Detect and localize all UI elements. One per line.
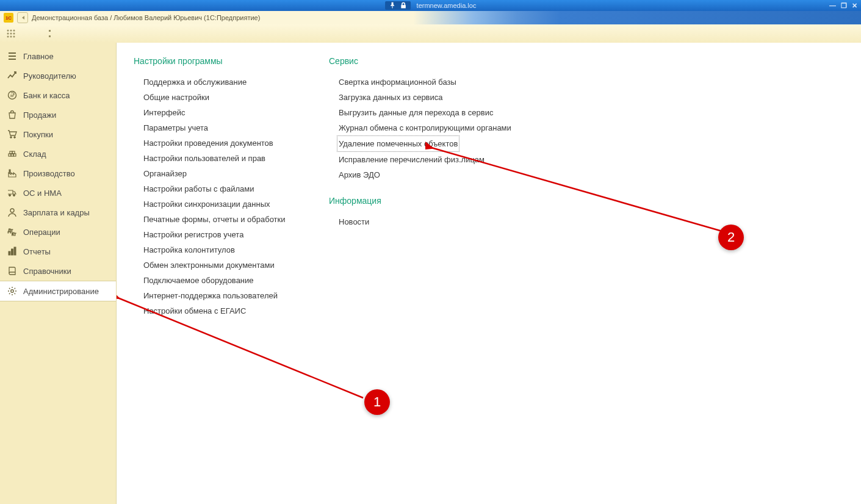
svg-point-1: [7, 30, 9, 32]
person-icon: [7, 207, 17, 217]
menu-link[interactable]: Настройки регистров учета: [143, 227, 292, 242]
sidebar-item-cart[interactable]: Покупки: [0, 124, 116, 144]
app-logo-1c: 1C: [4, 13, 13, 23]
sidebar-item-truck[interactable]: ОС и НМА: [0, 183, 116, 203]
sidebar-item-label: Банк и касса: [23, 91, 70, 100]
search-icon[interactable]: [68, 29, 78, 38]
menu-link[interactable]: Поддержка и обслуживание: [143, 74, 292, 90]
menu-link[interactable]: Архив ЭДО: [339, 167, 511, 182]
sidebar-item-label: Руководителю: [23, 71, 76, 81]
ops-icon: ДтКт: [7, 227, 17, 237]
menu-link[interactable]: Настройки синхронизации данных: [143, 196, 292, 212]
svg-point-28: [11, 290, 13, 292]
menu-link[interactable]: Журнал обмена с контролирующими органами: [339, 120, 511, 135]
sidebar-item-label: Операции: [23, 228, 60, 237]
svg-text:Кт: Кт: [12, 232, 16, 236]
svg-point-8: [10, 36, 12, 38]
svg-point-7: [7, 36, 9, 38]
menu-link[interactable]: Настройки проведения документов: [143, 135, 292, 151]
back-button[interactable]: [17, 12, 28, 23]
menu-link[interactable]: Печатные формы, отчеты и обработки: [143, 212, 292, 227]
menu-link[interactable]: Обмен электронными документами: [143, 257, 292, 273]
remote-host-label: termnew.amedia.loc: [417, 2, 477, 9]
gear-icon: [7, 286, 17, 296]
ruble-icon: [7, 90, 17, 100]
remote-desktop-bar: termnew.amedia.loc — ❐ ✕: [0, 0, 861, 11]
remote-pin-controls[interactable]: [385, 1, 411, 10]
section-info: Информация Новости: [329, 196, 511, 229]
svg-point-20: [9, 195, 11, 196]
menu-link[interactable]: Интернет-поддержка пользователей: [143, 288, 292, 303]
factory-icon: [7, 168, 17, 178]
svg-point-4: [7, 33, 9, 35]
svg-point-21: [13, 195, 15, 196]
sidebar-item-gear[interactable]: Администрирование: [0, 281, 116, 301]
menu-link[interactable]: Исправление перечислений физ.лицам: [339, 152, 511, 167]
sidebar-item-warehouse[interactable]: Склад: [0, 144, 116, 164]
warehouse-icon: [7, 149, 17, 159]
history-icon[interactable]: [48, 29, 57, 38]
menu-link[interactable]: Выгрузить данные для перехода в сервис: [339, 105, 511, 120]
sidebar-item-label: Покупки: [23, 130, 53, 139]
svg-rect-17: [10, 151, 12, 154]
apps-icon[interactable]: [6, 29, 16, 38]
menu-link[interactable]: Настройки работы с файлами: [143, 181, 292, 196]
app-toolbar: [0, 24, 861, 43]
menu-link[interactable]: Органайзер: [143, 166, 292, 181]
menu-link[interactable]: Настройки пользователей и прав: [143, 151, 292, 166]
app-titlebar: 1C Демонстрационная база / Любимов Валер…: [0, 11, 861, 25]
sidebar-item-book[interactable]: Справочники: [0, 261, 116, 281]
svg-point-6: [13, 33, 15, 35]
svg-point-10: [70, 30, 75, 35]
sidebar-item-factory[interactable]: Производство: [0, 164, 116, 183]
cart-icon: [7, 129, 17, 139]
menu-link[interactable]: Интерфейс: [143, 105, 292, 120]
menu-link[interactable]: Параметры учета: [143, 120, 292, 135]
svg-point-5: [10, 33, 12, 35]
svg-rect-26: [12, 249, 13, 255]
sidebar-nav: ГлавноеРуководителюБанк и кассаПродажиПо…: [0, 43, 117, 504]
svg-point-9: [13, 36, 15, 38]
menu-link[interactable]: Настройка колонтитулов: [143, 242, 292, 257]
chart-icon: [7, 247, 17, 256]
book-icon: [7, 266, 17, 276]
menu-link[interactable]: Удаление помеченных объектов: [337, 135, 459, 152]
remote-minimize-button[interactable]: —: [829, 2, 836, 9]
sidebar-item-chart[interactable]: Отчеты: [0, 242, 116, 261]
menu-link[interactable]: Загрузка данных из сервиса: [339, 90, 511, 105]
menu-link[interactable]: Подключаемое оборудование: [143, 273, 292, 288]
menu-icon: [7, 51, 17, 61]
sidebar-item-label: Производство: [23, 169, 75, 178]
bell-icon[interactable]: [89, 29, 99, 38]
star-icon[interactable]: [27, 29, 37, 38]
sidebar-item-person[interactable]: Зарплата и кадры: [0, 203, 116, 222]
sidebar-item-ops[interactable]: ДтКтОперации: [0, 222, 116, 242]
sidebar-item-label: Справочники: [23, 267, 71, 276]
sidebar-item-label: ОС и НМА: [23, 189, 62, 198]
menu-link[interactable]: Свертка информационной базы: [339, 74, 511, 90]
annotation-marker-1: 1: [364, 389, 390, 415]
sidebar-item-bag[interactable]: Продажи: [0, 105, 116, 124]
remote-restore-button[interactable]: ❐: [841, 2, 847, 9]
menu-link[interactable]: Настройки обмена с ЕГАИС: [143, 303, 292, 319]
menu-link[interactable]: Новости: [339, 214, 511, 229]
truck-icon: [7, 188, 17, 198]
svg-rect-27: [14, 247, 16, 255]
sidebar-item-ruble[interactable]: Банк и касса: [0, 85, 116, 105]
section-title-service: Сервис: [329, 56, 511, 66]
sidebar-item-label: Администрирование: [23, 287, 99, 296]
section-settings: Настройки программы Поддержка и обслужив…: [134, 56, 292, 319]
svg-rect-0: [392, 6, 392, 9]
sidebar-item-label: Главное: [23, 52, 54, 61]
svg-point-2: [10, 30, 12, 32]
svg-rect-18: [12, 151, 15, 154]
svg-rect-25: [9, 251, 10, 255]
sidebar-item-trend[interactable]: Руководителю: [0, 66, 116, 85]
svg-point-13: [14, 137, 16, 139]
sidebar-item-menu[interactable]: Главное: [0, 46, 116, 66]
sidebar-item-label: Продажи: [23, 110, 56, 120]
menu-link[interactable]: Общие настройки: [143, 90, 292, 105]
remote-close-button[interactable]: ✕: [852, 2, 857, 9]
svg-point-3: [13, 30, 15, 32]
svg-rect-14: [9, 154, 11, 156]
